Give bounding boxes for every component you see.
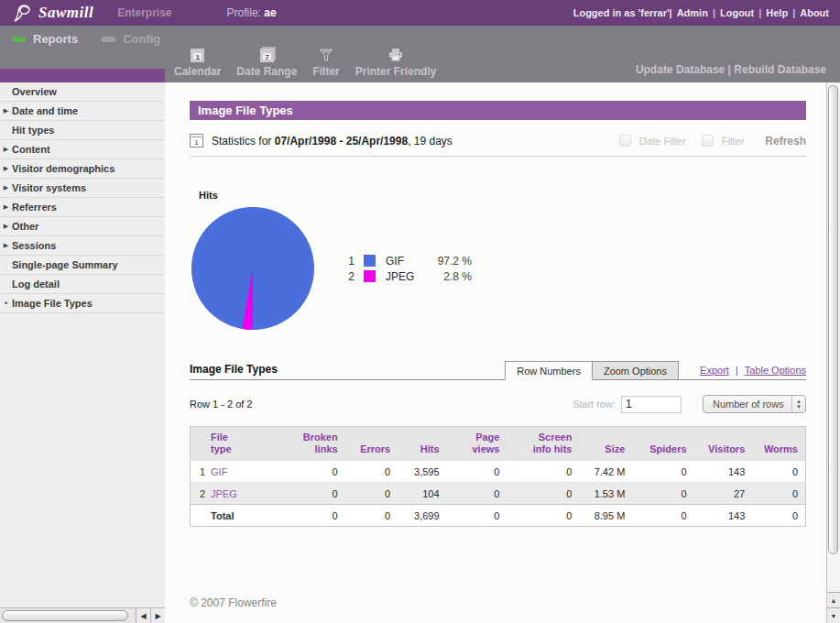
logout-link[interactable]: Logout xyxy=(720,7,754,18)
page-views-value: 0 xyxy=(447,461,507,483)
pie-chart-block: Hits 1 GIF 97.2 % 2 JPEG xyxy=(190,190,806,332)
sawmill-logo[interactable]: Sawmill xyxy=(11,3,93,23)
screen-info-hits-value: 0 xyxy=(507,483,579,505)
scrollbar-thumb[interactable] xyxy=(828,85,838,554)
chart-title: Hits xyxy=(199,190,806,201)
col-broken-links[interactable]: Broken links xyxy=(271,427,345,461)
page-views-value: 0 xyxy=(447,483,507,505)
expand-arrow-icon: ▶ xyxy=(0,107,12,115)
separator: | xyxy=(713,7,715,18)
filter-button[interactable]: Filter xyxy=(312,47,339,78)
col-spiders[interactable]: Spiders xyxy=(632,427,693,461)
scroll-down-button[interactable]: ▼ xyxy=(827,607,840,623)
refresh-button[interactable]: Refresh xyxy=(765,135,806,148)
col-file-type[interactable]: File type xyxy=(209,427,271,461)
tab-row-numbers[interactable]: Row Numbers xyxy=(505,361,593,380)
scroll-right-button[interactable]: ▶ xyxy=(150,608,165,623)
col-worms[interactable]: Worms xyxy=(752,427,805,461)
page-title: Image File Types xyxy=(190,101,806,120)
sidebar-item-hit-types[interactable]: Hit types xyxy=(0,121,165,140)
scrollbar-thumb[interactable] xyxy=(2,610,128,621)
sidebar-item-overview[interactable]: Overview xyxy=(0,82,165,102)
spiders-value: 0 xyxy=(632,483,693,505)
sidebar-item-single-page-summary[interactable]: Single-page Summary xyxy=(0,256,165,275)
col-page-views[interactable]: Page views xyxy=(447,427,507,461)
jpeg-link[interactable]: JPEG xyxy=(211,488,237,499)
legend-rank: 1 xyxy=(344,255,355,268)
jpeg-color-swatch xyxy=(364,270,376,282)
reports-indicator-icon xyxy=(12,37,26,42)
row-number: 2 xyxy=(191,483,210,505)
tab-reports[interactable]: Reports xyxy=(12,32,78,46)
vertical-scrollbar[interactable]: ▲ ▼ xyxy=(826,82,840,623)
filter-checkbox[interactable] xyxy=(702,135,714,147)
sidebar-item-other[interactable]: ▶ Other xyxy=(0,217,165,236)
legend-rank: 2 xyxy=(344,270,355,283)
about-link[interactable]: About xyxy=(800,7,829,18)
update-database-link[interactable]: Update Database xyxy=(636,63,725,76)
col-hits[interactable]: Hits xyxy=(398,427,446,461)
table-options-link[interactable]: Table Options xyxy=(745,365,806,376)
sidebar-item-content[interactable]: ▶ Content xyxy=(0,140,165,159)
scroll-up-button[interactable]: ▲ xyxy=(827,592,840,607)
sidebar-item-visitor-systems[interactable]: ▶ Visitor systems xyxy=(0,179,165,198)
col-screen-info-hits[interactable]: Screen info hits xyxy=(507,427,579,461)
sidebar-item-log-detail[interactable]: Log detail xyxy=(0,275,165,294)
size-total: 8.95 M xyxy=(579,505,632,527)
errors-total: 0 xyxy=(345,505,398,527)
main-content: Image File Types 1 Statistics for 07/Apr… xyxy=(165,82,826,623)
separator: | xyxy=(792,7,795,18)
toolbar-band: Reports Config 1 Calendar 7 Date Range xyxy=(0,26,840,82)
rebuild-database-link[interactable]: Rebuild Database xyxy=(734,63,826,76)
export-link[interactable]: Export xyxy=(700,365,729,376)
tab-zoom-options[interactable]: Zoom Options xyxy=(593,361,679,380)
help-link[interactable]: Help xyxy=(766,7,788,18)
number-of-rows-dropdown[interactable]: Number of rows ▲▼ xyxy=(703,395,806,413)
calendar-button[interactable]: 1 Calendar xyxy=(174,47,221,78)
tab-config[interactable]: Config xyxy=(102,32,160,46)
chart-legend: 1 GIF 97.2 % 2 JPEG 2.8 % xyxy=(344,253,472,332)
admin-link[interactable]: Admin xyxy=(677,7,708,18)
gif-link[interactable]: GIF xyxy=(211,466,227,477)
sidebar-horizontal-scrollbar[interactable]: ◀ ▶ xyxy=(0,607,165,623)
top-bar: Sawmill Enterprise Profile: ae Logged in… xyxy=(0,0,840,26)
errors-value: 0 xyxy=(345,483,398,505)
current-item-bullet-icon: • xyxy=(0,299,12,308)
date-filter-label: Date Filter xyxy=(639,136,686,147)
size-value: 1.53 M xyxy=(579,483,632,505)
date-filter-checkbox[interactable] xyxy=(619,135,631,147)
stats-prefix: Statistics for xyxy=(212,135,271,148)
database-actions: Update Database | Rebuild Database xyxy=(636,63,826,76)
legend-label: JPEG xyxy=(386,270,428,283)
scroll-left-button[interactable]: ◀ xyxy=(136,608,150,623)
start-row-input[interactable] xyxy=(621,396,682,413)
expand-arrow-icon: ▶ xyxy=(0,223,12,230)
col-visitors[interactable]: Visitors xyxy=(694,427,753,461)
stats-date-range: 07/Apr/1998 - 25/Apr/1998 xyxy=(275,135,408,148)
sidebar-item-image-file-types[interactable]: • Image File Types xyxy=(0,294,165,313)
screen-info-hits-value: 0 xyxy=(507,461,579,483)
logged-in-text: Logged in as 'ferrar'| xyxy=(573,7,672,18)
table-header-row: File type Broken links Errors Hits Page … xyxy=(191,427,806,461)
date-range-label: Date Range xyxy=(236,65,297,78)
table-row-gif: 1 GIF 0 0 3,595 0 0 7.42 M 0 143 0 xyxy=(191,461,806,483)
sidebar-item-visitor-demographics[interactable]: ▶ Visitor demographics xyxy=(0,159,165,179)
toolbar: 1 Calendar 7 Date Range Filter xyxy=(174,47,436,78)
col-errors[interactable]: Errors xyxy=(345,427,398,461)
col-row-number xyxy=(191,427,210,461)
stepper-arrows-icon[interactable]: ▲▼ xyxy=(791,396,805,412)
number-of-rows-label: Number of rows xyxy=(704,399,791,410)
page-views-total: 0 xyxy=(447,505,507,527)
separator: | xyxy=(758,7,761,18)
broken-links-total: 0 xyxy=(271,505,345,527)
config-indicator-icon xyxy=(102,37,115,42)
sidebar-item-sessions[interactable]: ▶ Sessions xyxy=(0,236,165,256)
col-size[interactable]: Size xyxy=(579,427,632,461)
sidebar-item-date-and-time[interactable]: ▶ Date and time xyxy=(0,102,165,121)
date-range-button[interactable]: 7 Date Range xyxy=(236,47,297,78)
worms-value: 0 xyxy=(752,461,805,483)
sidebar-item-referrers[interactable]: ▶ Referrers xyxy=(0,198,165,217)
table-section-header: Image File Types Row Numbers Zoom Option… xyxy=(190,361,806,380)
printer-friendly-button[interactable]: Printer Friendly xyxy=(355,47,437,78)
screen-info-hits-total: 0 xyxy=(507,505,579,527)
